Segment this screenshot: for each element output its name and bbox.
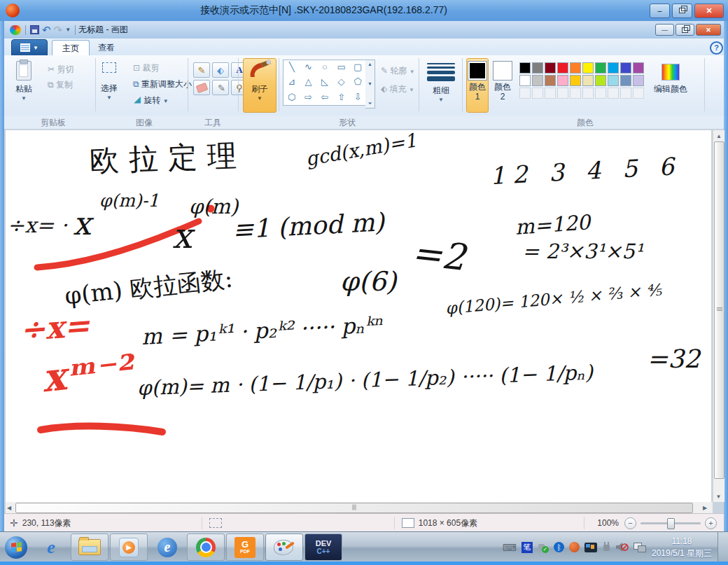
paste-button[interactable]: 粘贴 ▼ [15,61,32,102]
palette-swatch[interactable] [557,75,568,86]
taskbar-internet-explorer[interactable]: e [33,534,69,560]
remote-close-button[interactable]: ✕ [694,4,724,18]
palette-empty-slot[interactable] [633,88,644,99]
taskbar-dev-cpp[interactable]: DEV C++ [304,533,342,561]
input-method-icon[interactable]: 笔 [522,542,533,553]
remote-maximize-button[interactable] [672,4,692,18]
scroll-down-icon[interactable]: ▼ [368,81,372,86]
palette-swatch[interactable] [519,75,531,86]
keyboard-icon[interactable]: ⌨ [503,542,517,553]
palette-swatch[interactable] [519,62,531,74]
paint-close-button[interactable]: ✕ [696,24,721,36]
start-button[interactable] [1,534,31,560]
size-button[interactable]: 粗细 ▼ [424,61,458,103]
display-icon[interactable] [584,543,597,552]
palette-swatch[interactable] [532,75,543,86]
palette-swatch[interactable] [532,62,543,74]
zoom-in-button[interactable]: + [705,517,717,529]
taskbar-media-player[interactable]: ▶ [110,533,148,561]
edit-colors-button[interactable]: 编辑颜色 [654,64,687,95]
undo-icon[interactable]: ↶ [42,25,51,35]
palette-swatch[interactable] [545,75,556,86]
remote-minimize-button[interactable]: – [650,4,670,18]
zoom-slider[interactable] [640,522,701,524]
palette-swatch[interactable] [570,75,581,86]
shapes-grid[interactable]: ╲∿○▭▢ ⊿△◺◇⬠ ⬡⇨⇦⇧⇩ [283,60,367,106]
palette-empty-slot[interactable] [545,88,556,99]
drawing-canvas[interactable]: 欧拉定理 gcd(x,m)=1 12 3 4 5 6 ÷x= · x φ(m)-… [6,130,711,502]
cut-button[interactable]: ✂ 剪切 [48,64,74,76]
scroll-up-icon[interactable]: ▲ [368,62,372,67]
scroll-down-icon[interactable]: ▼ [713,494,724,500]
palette-empty-slot[interactable] [582,88,594,99]
horizontal-scrollbar-thumb[interactable] [15,503,693,513]
palette-empty-slot[interactable] [557,88,568,99]
palette-swatch[interactable] [620,62,631,74]
outline-button[interactable]: ✎ 轮廓 ▼ [381,65,415,77]
palette-swatch[interactable] [545,62,556,74]
volume-muted-icon[interactable] [616,542,629,552]
color2-button[interactable]: 颜色 2 [491,58,514,113]
palette-empty-slot[interactable] [608,88,619,99]
tab-view[interactable]: 查看 [88,40,125,55]
taskbar-clock[interactable]: 11:18 2019/5/1 星期三 [652,536,712,558]
zoom-slider-thumb[interactable] [667,518,675,529]
resize-button[interactable]: ⧉ 重新调整大小 [133,78,192,90]
scroll-more-icon[interactable]: ⏷ [368,101,372,106]
pencil-tool[interactable]: ✎ [193,62,210,78]
power-plug-icon[interactable] [602,542,611,552]
palette-swatch[interactable] [570,62,581,74]
palette-swatch[interactable] [595,75,606,86]
qat-dropdown-icon[interactable]: ▼ [65,27,71,33]
color-picker-tool[interactable]: ✐ [212,80,229,95]
palette-empty-slot[interactable] [620,88,631,99]
palette-swatch[interactable] [582,75,594,86]
palette-swatch[interactable] [582,62,594,74]
palette-empty-slot[interactable] [595,88,606,99]
tab-home[interactable]: 主页 [52,40,90,56]
palette-empty-slot[interactable] [519,88,531,99]
palette-swatch[interactable] [620,75,631,86]
bluetooth-icon[interactable]: ᛒ [554,542,564,552]
eraser-tool[interactable] [193,80,210,95]
palette-swatch[interactable] [608,75,619,86]
scroll-left-icon[interactable]: ◀ [7,505,11,511]
color1-button[interactable]: 颜色 1 [466,58,489,113]
network-icon[interactable] [634,543,646,552]
paint-restore-button[interactable] [676,24,694,36]
fill-tool[interactable]: ⬖ [212,62,229,78]
redo-icon[interactable]: ↷ [54,25,63,35]
palette-swatch[interactable] [595,62,606,74]
horizontal-scrollbar[interactable]: ◀ ▶ [6,502,713,513]
select-button[interactable]: 选择 ▼ [101,62,118,101]
rotate-button[interactable]: ◢ 旋转 ▼ [133,95,169,106]
palette-swatch[interactable] [557,62,568,74]
fill-button[interactable]: ⬖ 填充 ▼ [381,83,414,95]
shapes-scrollbar[interactable]: ▲ ▼ ⏷ [365,60,375,109]
taskbar-browser[interactable]: e [149,534,186,560]
copy-button[interactable]: ⧉ 复制 [48,79,73,91]
scroll-right-icon[interactable]: ▶ [703,505,707,511]
recording-icon[interactable] [569,542,580,552]
vertical-scrollbar-thumb[interactable] [714,141,724,479]
palette-swatch[interactable] [608,62,619,74]
brushes-button[interactable]: 刷子 ▼ [243,58,276,113]
paint-menu-button[interactable]: ▼ [11,39,48,56]
palette-swatch[interactable] [633,62,644,74]
save-icon[interactable] [30,25,39,34]
scroll-up-icon[interactable]: ▲ [713,130,724,139]
taskbar-foxit-pdf[interactable]: G PDF [226,533,264,561]
show-desktop-button[interactable] [718,532,728,562]
taskbar-chrome[interactable] [187,533,225,561]
paint-minimize-button[interactable]: — [655,24,674,36]
vertical-scrollbar[interactable]: ▲ ▼ [713,130,724,502]
zoom-out-button[interactable]: − [624,517,636,529]
crop-button[interactable]: ⊡ 裁剪 [133,62,159,74]
taskbar-windows-explorer[interactable] [71,533,108,561]
taskbar-paint[interactable] [265,533,303,561]
palette-empty-slot[interactable] [570,88,581,99]
palette-empty-slot[interactable] [532,88,543,99]
palette-swatch[interactable] [633,75,644,86]
usb-safely-remove-icon[interactable]: ✓ [538,542,549,553]
help-icon[interactable]: ? [710,41,723,55]
